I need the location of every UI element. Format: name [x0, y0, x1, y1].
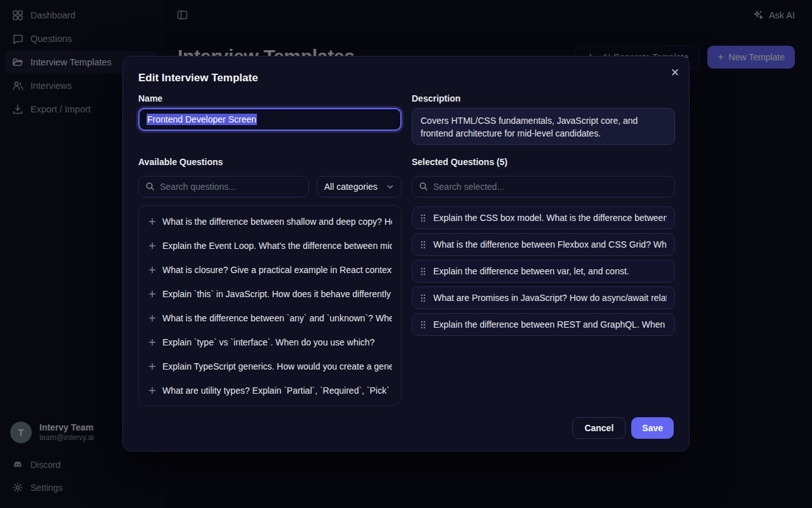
drag-handle-icon[interactable]: [420, 240, 426, 250]
available-questions-list: What is the difference between shallow a…: [138, 205, 402, 406]
modal-footer: Cancel Save: [138, 417, 674, 439]
plus-icon: [148, 265, 157, 274]
modal-body: Name Description Frontend Developer Scre…: [138, 93, 674, 406]
available-question[interactable]: Explain the Event Loop. What's the diffe…: [139, 234, 401, 258]
available-question[interactable]: What is the difference between `any` and…: [139, 306, 401, 330]
selected-question-card[interactable]: What are Promises in JavaScript? How do …: [412, 286, 675, 309]
category-filter-select[interactable]: All categories: [317, 176, 402, 197]
plus-icon: [148, 338, 157, 347]
selected-search-row: [412, 176, 675, 197]
available-question[interactable]: What is the difference between shallow a…: [139, 210, 401, 234]
available-question[interactable]: What is closure? Give a practical exampl…: [139, 258, 401, 282]
plus-icon: [148, 314, 157, 323]
modal-close-button[interactable]: ✕: [668, 65, 682, 79]
available-question[interactable]: Explain `this` in JavaScript. How does i…: [139, 282, 401, 306]
available-question[interactable]: Explain TypeScript generics. How would y…: [139, 354, 401, 378]
save-button[interactable]: Save: [631, 417, 674, 439]
cancel-button[interactable]: Cancel: [572, 417, 625, 439]
drag-handle-icon[interactable]: [420, 293, 426, 303]
available-search-wrap: [138, 176, 309, 197]
available-question[interactable]: What are utility types? Explain `Partial…: [139, 378, 401, 403]
selected-question-card[interactable]: Explain the CSS box model. What is the d…: [412, 206, 675, 229]
available-search-row: All categories: [138, 176, 402, 197]
search-icon: [145, 182, 155, 191]
search-selected-input[interactable]: [412, 176, 675, 197]
modal-title: Edit Interview Template: [138, 72, 674, 84]
plus-icon: [148, 362, 157, 371]
search-icon: [419, 182, 428, 191]
drag-handle-icon[interactable]: [420, 213, 426, 223]
description-label: Description: [412, 93, 675, 104]
selected-question-card[interactable]: Explain the difference between REST and …: [412, 313, 675, 336]
selected-questions-list: Explain the CSS box model. What is the d…: [412, 205, 675, 406]
selected-text: Frontend Developer Screen: [147, 114, 257, 125]
edit-template-modal: Edit Interview Template Name Description…: [122, 56, 690, 451]
selected-question-card[interactable]: What is the difference between Flexbox a…: [412, 233, 675, 256]
description-field-cell: Covers HTML/CSS fundamentals, JavaScript…: [412, 108, 675, 145]
search-questions-input[interactable]: [138, 176, 309, 197]
plus-icon: [148, 241, 157, 250]
selected-search-wrap: [412, 176, 675, 197]
drag-handle-icon[interactable]: [420, 320, 426, 330]
selected-question-card[interactable]: Explain the difference between var, let,…: [412, 260, 675, 283]
chevron-down-icon: [386, 183, 394, 190]
template-name-input[interactable]: Frontend Developer Screen: [138, 108, 402, 131]
plus-icon: [148, 290, 157, 298]
plus-icon: [148, 386, 157, 395]
available-questions-label: Available Questions: [138, 157, 402, 168]
drag-handle-icon[interactable]: [420, 267, 426, 276]
name-field-cell: Frontend Developer Screen: [138, 108, 402, 145]
name-label: Name: [138, 93, 402, 104]
category-filter-value: All categories: [324, 182, 377, 192]
available-question[interactable]: Explain `type` vs `interface`. When do y…: [139, 330, 401, 354]
plus-icon: [148, 217, 157, 226]
selected-questions-label: Selected Questions (5): [412, 157, 675, 168]
template-description-input[interactable]: Covers HTML/CSS fundamentals, JavaScript…: [412, 108, 675, 145]
